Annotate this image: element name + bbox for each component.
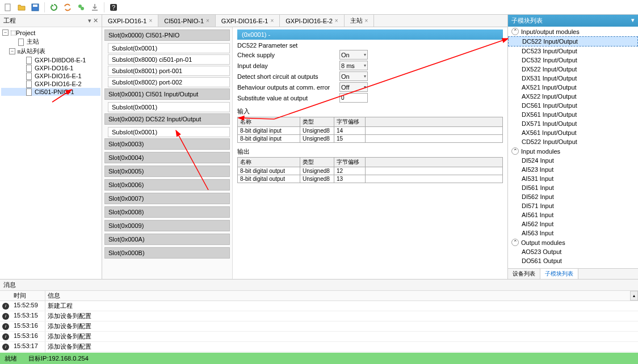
build-icon[interactable] <box>75 2 87 13</box>
module-item[interactable]: DO561 Output <box>508 256 638 265</box>
refresh-icon[interactable] <box>48 2 60 13</box>
collapse-icon[interactable]: ⌃ <box>511 28 519 35</box>
module-item[interactable]: CD522 Input/Output <box>508 137 638 146</box>
scroll-up-icon[interactable]: ▴ <box>630 291 638 300</box>
param-select[interactable]: Off▾ <box>339 82 368 92</box>
close-icon[interactable]: × <box>270 18 274 24</box>
tab-CI501-PNIO-1[interactable]: CI501-PNIO-1× <box>158 15 216 27</box>
project-panel-header: 工程 ▾ ✕ <box>0 15 102 27</box>
slot-item[interactable]: Slot(0x0009) <box>104 220 230 231</box>
close-icon[interactable]: × <box>149 18 152 24</box>
tab-主站[interactable]: 主站× <box>345 15 375 27</box>
subslot-item[interactable]: Subslot(0x0001) <box>108 102 230 112</box>
slot-item[interactable]: Slot(0x0001) CI501 Input/Output <box>104 88 230 100</box>
tree-node-GXPI-DIO16-E-2[interactable]: GXPI-DIO16-E-2 <box>1 80 100 88</box>
help-icon[interactable]: ? <box>108 2 119 13</box>
tree-root[interactable]: − ⬚ Project <box>1 28 100 37</box>
module-group[interactable]: ⌃Input modules <box>508 146 638 156</box>
submodule-list-tab[interactable]: 子模块列表 <box>540 269 578 279</box>
module-item[interactable]: DC532 Input/Output <box>508 56 638 65</box>
module-item[interactable]: DX531 Input/Output <box>508 74 638 83</box>
open-folder-icon[interactable] <box>16 2 27 13</box>
tree-node-GXPI-DIO16-E-1[interactable]: GXPI-DIO16-E-1 <box>1 72 100 80</box>
module-list: ⌃Input/output modulesDC522 Input/OutputD… <box>508 27 638 268</box>
module-item[interactable]: AX522 Input/Output <box>508 92 638 101</box>
param-select[interactable]: 8 ms▾ <box>339 61 368 70</box>
module-bottom-tabs: 设备列表 子模块列表 <box>508 268 638 279</box>
slot-item[interactable]: Slot(0x0008) <box>104 206 230 218</box>
save-icon[interactable] <box>30 2 41 13</box>
close-icon[interactable]: × <box>365 18 368 24</box>
collapse-icon[interactable]: ⌃ <box>511 147 519 155</box>
tab-GXPI-DO16-1[interactable]: GXPI-DO16-1× <box>102 15 158 27</box>
param-select[interactable]: On▾ <box>339 50 368 60</box>
module-item[interactable]: DX571 Input/Output <box>508 119 638 128</box>
tree-node-GXPI-DO16-1[interactable]: GXPI-DO16-1 <box>1 64 100 72</box>
module-item[interactable]: AI563 Input <box>508 228 638 238</box>
table-row[interactable]: 8-bit digital outputUnsigned812 <box>238 167 503 175</box>
module-item[interactable]: DX561 Input/Output <box>508 110 638 119</box>
module-item[interactable]: DC523 Input/Output <box>508 46 638 56</box>
new-file-icon[interactable] <box>2 2 14 13</box>
table-row[interactable]: 8-bit digital outputUnsigned813 <box>238 175 503 183</box>
chevron-down-icon: ▾ <box>364 63 366 68</box>
module-item[interactable]: AO523 Output <box>508 247 638 256</box>
module-item[interactable]: DI571 Input <box>508 201 638 210</box>
tab-GXPI-DIO16-E-2[interactable]: GXPI-DIO16-E-2× <box>280 15 344 27</box>
close-icon[interactable]: × <box>206 18 209 24</box>
subslot-item[interactable]: Subslot(0x8001) port-001 <box>108 66 230 76</box>
close-icon[interactable]: × <box>335 18 338 24</box>
slot-item[interactable]: Slot(0x000A) <box>104 234 230 245</box>
module-group[interactable]: ⌃Input/output modules <box>508 27 638 36</box>
param-input[interactable] <box>339 93 368 103</box>
module-item[interactable]: DC522 Input/Output <box>508 36 638 46</box>
slot-item[interactable]: Slot(0x0003) <box>104 138 230 150</box>
device-icon <box>25 88 33 95</box>
subslot-item[interactable]: Subslot(0x0001) <box>108 43 230 53</box>
download-icon[interactable] <box>89 2 100 13</box>
slot-item[interactable]: Slot(0x000B) <box>104 247 230 259</box>
device-icon <box>25 65 33 71</box>
subslot-item[interactable]: Subslot(0x8000) ci501-pn-01 <box>108 54 230 65</box>
device-list-tab[interactable]: 设备列表 <box>508 269 540 279</box>
slot-item[interactable]: Slot(0x0000) CI501-PNIO <box>104 29 230 41</box>
module-item[interactable]: AI561 Input <box>508 210 638 219</box>
tree-master[interactable]: 主站 <box>1 37 100 46</box>
panel-dropdown-icon[interactable]: ▾ ✕ <box>88 17 98 24</box>
module-item[interactable]: AI562 Input <box>508 219 638 228</box>
slot-item[interactable]: Slot(0x0005) <box>104 166 230 177</box>
collapse-icon[interactable]: − <box>9 48 15 54</box>
sync-icon[interactable] <box>62 2 73 13</box>
slot-item[interactable]: Slot(0x0006) <box>104 179 230 191</box>
slot-item[interactable]: Slot(0x0004) <box>104 152 230 163</box>
table-row[interactable]: 8-bit digital inputUnsigned814 <box>238 127 503 135</box>
collapse-icon[interactable]: − <box>2 29 9 36</box>
tab-GXPI-DIO16-E-1[interactable]: GXPI-DIO16-E-1× <box>216 15 280 27</box>
module-item[interactable]: DC561 Input/Output <box>508 101 638 110</box>
param-label: Check supply <box>237 52 339 58</box>
status-bar: 就绪 目标IP:192.168.0.254 <box>0 353 638 364</box>
module-item[interactable]: AX561 Input/Output <box>508 128 638 137</box>
table-row[interactable]: 8-bit digital inputUnsigned815 <box>238 135 503 143</box>
subslot-item[interactable]: Subslot(0x0001) <box>108 127 230 137</box>
module-item[interactable]: DI562 Input <box>508 192 638 201</box>
slot-item[interactable]: Slot(0x0002) DC522 Input/Output <box>104 113 230 125</box>
tree-node-GXPI-DI8DO8-E-1[interactable]: GXPI-DI8DO8-E-1 <box>1 56 100 64</box>
module-item[interactable]: AI531 Input <box>508 174 638 183</box>
subslot-item[interactable]: Subslot(0x8002) port-002 <box>108 77 230 87</box>
slot-item[interactable]: Slot(0x0007) <box>104 193 230 204</box>
module-item[interactable]: AX521 Input/Output <box>508 83 638 92</box>
param-select[interactable]: On▾ <box>339 71 368 81</box>
module-item[interactable]: AI523 Input <box>508 165 638 174</box>
collapse-icon[interactable]: ⌃ <box>511 239 519 246</box>
module-group[interactable]: ⌃Output modules <box>508 238 638 247</box>
dropdown-icon[interactable]: ▾ <box>631 16 635 25</box>
svg-rect-0 <box>5 4 10 11</box>
tree-node-CI501-PNIO-1[interactable]: CI501-PNIO-1 <box>1 88 100 96</box>
module-item[interactable]: DI561 Input <box>508 183 638 192</box>
module-item[interactable]: DX522 Input/Output <box>508 65 638 74</box>
tree-slavelist[interactable]: − ≡ 从站列表 <box>1 46 100 56</box>
output-table: 名称 类型 字节偏移 8-bit digital outputUnsigned8… <box>237 157 503 183</box>
module-item[interactable]: DI524 Input <box>508 156 638 165</box>
module-panel-header: 子模块列表 ▾ <box>508 15 638 27</box>
